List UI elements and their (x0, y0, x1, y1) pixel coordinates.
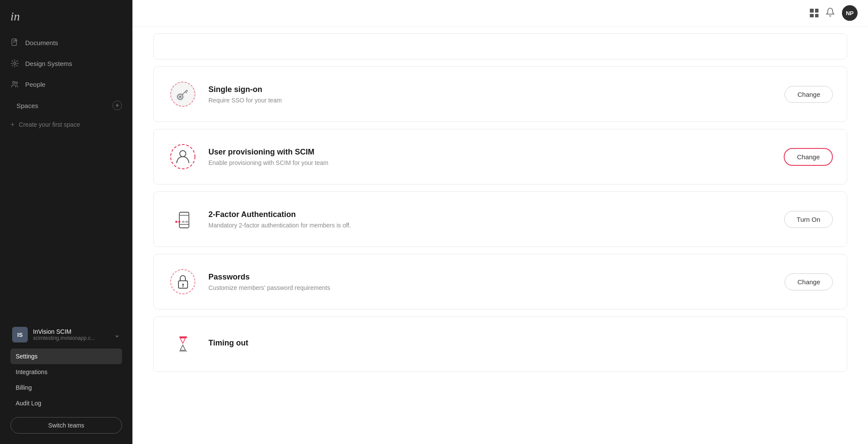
people-label: People (25, 81, 46, 88)
settings-card-scim: User provisioning with SCIM Enable provi… (153, 129, 847, 184)
settings-card-2fa: 2-Factor Authentication Mandatory 2-fact… (153, 191, 847, 247)
timeout-icon (168, 329, 198, 359)
sidebar-item-documents[interactable]: Documents (0, 32, 132, 53)
topbar: NP (132, 0, 868, 26)
create-first-space-item[interactable]: + Create your first space (0, 116, 132, 133)
2fa-turn-on-button[interactable]: Turn On (784, 211, 833, 228)
sso-text: Single sign-on Require SSO for your team (208, 85, 774, 104)
scim-title: User provisioning with SCIM (208, 148, 773, 157)
switch-teams-button[interactable]: Switch teams (10, 417, 122, 434)
create-space-plus-icon: + (10, 121, 14, 128)
sidebar-item-people[interactable]: People (0, 74, 132, 95)
settings-card-timeout: Timing out (153, 316, 847, 372)
svg-point-23 (171, 270, 195, 294)
team-name: InVision SCIM (33, 328, 109, 335)
passwords-change-button[interactable]: Change (785, 273, 833, 290)
svg-point-19 (175, 220, 177, 223)
sso-icon (168, 79, 198, 109)
2fa-title: 2-Factor Authentication (208, 210, 774, 219)
design-systems-label: Design Systems (25, 60, 72, 67)
2fa-text: 2-Factor Authentication Mandatory 2-fact… (208, 210, 774, 229)
svg-point-2 (13, 81, 15, 83)
scim-icon (168, 141, 198, 172)
spaces-text: Spaces (17, 102, 38, 109)
sidebar: in Documents Design Systems (0, 0, 132, 444)
team-avatar: IS (12, 327, 28, 342)
invision-logo-text: in (10, 10, 20, 23)
2fa-action: Turn On (784, 211, 833, 228)
people-icon (10, 80, 19, 89)
settings-content: Single sign-on Require SSO for your team… (132, 26, 868, 444)
svg-point-11 (179, 95, 181, 98)
sidebar-bottom: IS InVision SCIM scimtesting.invisionapp… (0, 316, 132, 444)
scim-change-button[interactable]: Change (784, 148, 833, 166)
add-space-button[interactable]: + (112, 101, 122, 110)
main-content: NP Sing (132, 0, 868, 444)
grid-menu-icon[interactable] (810, 9, 818, 17)
sidebar-navigation: Documents Design Systems People (0, 32, 132, 316)
team-info: InVision SCIM scimtesting.invisionapp.c.… (33, 328, 109, 341)
notifications-bell-icon[interactable] (825, 7, 835, 19)
sso-title: Single sign-on (208, 85, 774, 94)
team-chevron-icon[interactable]: ⌄ (114, 330, 120, 339)
passwords-title: Passwords (208, 273, 774, 282)
timeout-title: Timing out (208, 339, 833, 348)
document-icon (10, 38, 19, 47)
passwords-description: Customize members' password requirements (208, 284, 774, 291)
settings-card-top-partial (153, 33, 847, 59)
settings-menu: Settings Integrations Billing Audit Log (7, 349, 125, 411)
svg-point-14 (180, 151, 186, 157)
2fa-description: Mandatory 2-factor authentication for me… (208, 222, 774, 229)
settings-card-sso: Single sign-on Require SSO for your team… (153, 66, 847, 122)
svg-point-1 (14, 62, 16, 65)
documents-label: Documents (25, 39, 58, 46)
svg-rect-22 (185, 221, 188, 223)
timeout-text: Timing out (208, 339, 833, 350)
passwords-text: Passwords Customize members' password re… (208, 273, 774, 291)
menu-item-integrations[interactable]: Integrations (10, 364, 122, 380)
sidebar-logo: in (0, 0, 132, 32)
sso-action: Change (785, 86, 833, 103)
user-avatar[interactable]: NP (842, 5, 858, 21)
passwords-icon (168, 266, 198, 297)
create-space-label: Create your first space (19, 121, 80, 128)
svg-point-20 (178, 220, 180, 223)
team-card: IS InVision SCIM scimtesting.invisionapp… (7, 322, 125, 347)
scim-description: Enable provisioning with SCIM for your t… (208, 159, 773, 166)
spaces-header: Spaces + (0, 95, 132, 116)
settings-card-passwords: Passwords Customize members' password re… (153, 254, 847, 309)
svg-rect-21 (182, 221, 185, 223)
team-url: scimtesting.invisionapp.c... (33, 335, 98, 341)
2fa-icon (168, 204, 198, 234)
spaces-label-group: Spaces (10, 102, 38, 109)
sso-change-button[interactable]: Change (785, 86, 833, 103)
scim-text: User provisioning with SCIM Enable provi… (208, 148, 773, 166)
scim-action: Change (784, 148, 833, 166)
menu-item-settings[interactable]: Settings (10, 349, 122, 364)
svg-point-3 (16, 82, 17, 84)
sidebar-item-design-systems[interactable]: Design Systems (0, 53, 132, 74)
sso-description: Require SSO for your team (208, 97, 774, 104)
passwords-action: Change (785, 273, 833, 290)
design-systems-icon (10, 59, 19, 68)
menu-item-audit-log[interactable]: Audit Log (10, 395, 122, 411)
svg-rect-28 (179, 350, 187, 352)
menu-item-billing[interactable]: Billing (10, 380, 122, 395)
